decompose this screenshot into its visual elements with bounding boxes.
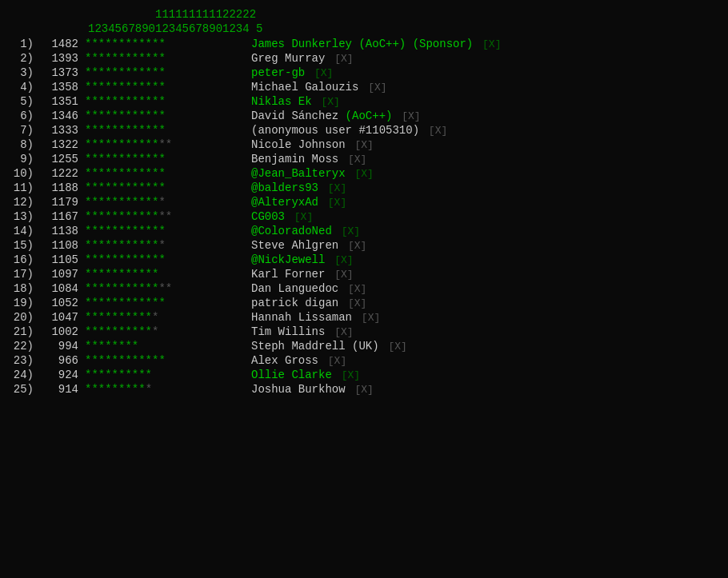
stars-bar: ************: [85, 253, 245, 266]
table-row: 18)1084*************Dan Languedoc [X]: [0, 281, 728, 296]
stars-bar: ************: [85, 52, 245, 65]
rank-number: 4): [3, 81, 34, 94]
score-value: 1105: [37, 253, 78, 266]
user-name[interactable]: Steve Ahlgren [X]: [251, 239, 725, 252]
stars-bar: ************: [85, 181, 245, 194]
user-tag[interactable]: [X]: [395, 110, 420, 122]
user-name[interactable]: @Jean_Balteryx [X]: [251, 167, 725, 180]
user-name[interactable]: Dan Languedoc [X]: [251, 282, 725, 295]
user-tag[interactable]: [X]: [362, 82, 386, 94]
user-name[interactable]: Joshua Burkhow [X]: [251, 383, 725, 396]
user-tag[interactable]: [X]: [328, 254, 353, 266]
table-row: 23)966************Alex Gross [X]: [0, 353, 728, 368]
table-row: 14)1138************@ColoradoNed [X]: [0, 224, 728, 238]
user-name[interactable]: Hannah Lissaman [X]: [251, 311, 725, 324]
user-name[interactable]: @ColoradoNed [X]: [251, 225, 725, 237]
user-tag[interactable]: [X]: [349, 139, 374, 151]
user-tag[interactable]: [X]: [342, 240, 366, 252]
user-tag[interactable]: [X]: [328, 269, 353, 281]
user-name[interactable]: patrick digan [X]: [251, 297, 725, 309]
user-name[interactable]: Ollie Clarke [X]: [251, 369, 725, 381]
user-name[interactable]: (anonymous user #1105310) [X]: [251, 124, 725, 137]
user-name[interactable]: Nicole Johnson [X]: [251, 138, 725, 151]
score-value: 966: [37, 354, 78, 367]
user-tag[interactable]: [X]: [349, 384, 374, 396]
header-line1: 111111111122222: [0, 8, 728, 21]
table-row: 8)1322*************Nicole Johnson [X]: [0, 138, 728, 152]
user-tag[interactable]: [X]: [335, 225, 360, 237]
user-tag[interactable]: [X]: [382, 341, 407, 353]
stars-bar: ************: [85, 124, 245, 137]
user-name[interactable]: Michael Galouzis [X]: [251, 81, 725, 94]
user-tag[interactable]: [X]: [322, 197, 346, 209]
table-row: 10)1222************@Jean_Balteryx [X]: [0, 166, 728, 181]
leaderboard-container: 111111111122222 123456789012345678901234…: [0, 8, 728, 397]
user-tag[interactable]: [X]: [308, 67, 333, 79]
rank-number: 6): [3, 110, 34, 122]
user-tag[interactable]: [X]: [342, 283, 366, 295]
rank-number: 21): [3, 325, 34, 338]
table-row: 3)1373************peter-gb [X]: [0, 66, 728, 80]
user-name[interactable]: peter-gb [X]: [251, 66, 725, 79]
stars-bar: **********: [85, 369, 245, 381]
user-tag[interactable]: [X]: [288, 211, 313, 223]
user-tag[interactable]: [X]: [315, 96, 340, 108]
score-value: 1222: [37, 167, 78, 180]
user-tag[interactable]: [X]: [349, 168, 374, 180]
user-tag[interactable]: [X]: [355, 312, 380, 324]
stars-bar: ***********: [85, 311, 245, 324]
stars-bar: ************: [85, 95, 245, 108]
user-tag[interactable]: [X]: [328, 53, 353, 65]
user-tag[interactable]: [X]: [422, 125, 447, 137]
table-row: 19)1052************patrick digan [X]: [0, 296, 728, 310]
rank-number: 12): [3, 196, 34, 209]
rank-number: 2): [3, 52, 34, 65]
rank-number: 17): [3, 268, 34, 281]
stars-bar: ***********: [85, 268, 245, 281]
table-row: 1)1482************James Dunkerley (AoC++…: [0, 37, 728, 51]
user-name[interactable]: @balders93 [X]: [251, 181, 725, 194]
user-name[interactable]: David Sánchez (AoC++) [X]: [251, 110, 725, 122]
user-name[interactable]: Benjamin Moss [X]: [251, 153, 725, 165]
user-tag[interactable]: [X]: [476, 38, 501, 50]
rank-number: 23): [3, 354, 34, 367]
table-row: 4)1358************Michael Galouzis [X]: [0, 80, 728, 94]
user-name[interactable]: Niklas Ek [X]: [251, 95, 725, 108]
score-value: 1358: [37, 81, 78, 94]
rank-number: 24): [3, 369, 34, 381]
user-name[interactable]: Karl Forner [X]: [251, 268, 725, 281]
score-value: 994: [37, 340, 78, 353]
table-row: 7)1333************(anonymous user #11053…: [0, 123, 728, 138]
user-name[interactable]: CG003 [X]: [251, 210, 725, 223]
rank-number: 1): [3, 38, 34, 50]
rank-number: 13): [3, 210, 34, 223]
rank-number: 18): [3, 282, 34, 295]
stars-bar: ***********: [85, 325, 245, 338]
user-name[interactable]: @AlteryxAd [X]: [251, 196, 725, 209]
stars-bar: **********: [85, 383, 245, 396]
stars-bar: ************: [85, 81, 245, 94]
table-row: 5)1351************Niklas Ek [X]: [0, 94, 728, 109]
user-name[interactable]: @NickJewell [X]: [251, 253, 725, 266]
user-name[interactable]: James Dunkerley (AoC++) (Sponsor) [X]: [251, 38, 725, 50]
score-value: 1052: [37, 297, 78, 309]
score-value: 1351: [37, 95, 78, 108]
score-value: 1373: [37, 66, 78, 79]
score-value: 1002: [37, 325, 78, 338]
user-tag[interactable]: [X]: [342, 297, 366, 309]
user-name[interactable]: Alex Gross [X]: [251, 354, 725, 367]
user-name[interactable]: Steph Maddrell (UK) [X]: [251, 340, 725, 353]
score-value: 1188: [37, 181, 78, 194]
user-tag[interactable]: [X]: [328, 326, 353, 338]
user-tag[interactable]: [X]: [322, 182, 346, 194]
score-value: 1138: [37, 225, 78, 237]
user-name[interactable]: Greg Murray [X]: [251, 52, 725, 65]
rank-number: 15): [3, 239, 34, 252]
rank-number: 11): [3, 181, 34, 194]
user-tag[interactable]: [X]: [342, 153, 366, 165]
user-tag[interactable]: [X]: [335, 369, 360, 381]
user-name[interactable]: Tim Willins [X]: [251, 325, 725, 338]
user-tag[interactable]: [X]: [322, 355, 346, 367]
stars-bar: ********: [85, 340, 245, 353]
score-value: 1393: [37, 52, 78, 65]
